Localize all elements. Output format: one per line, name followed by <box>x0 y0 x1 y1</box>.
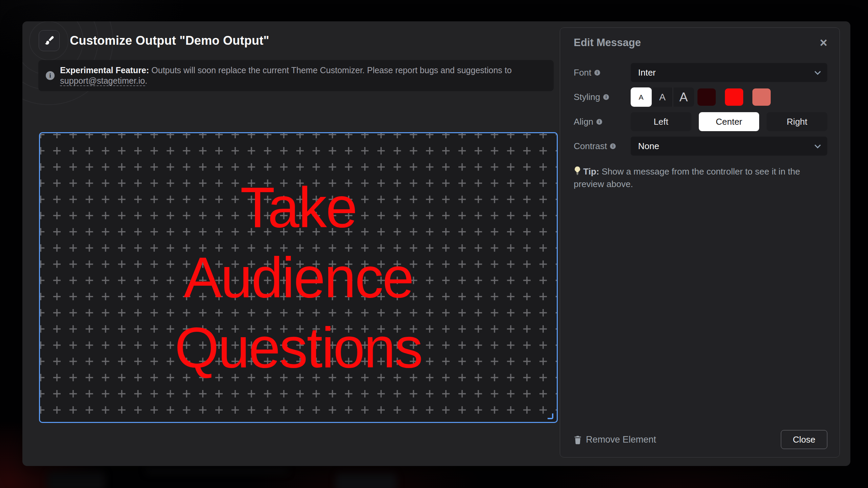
styling-row: Styling i A A A <box>574 87 827 107</box>
close-button[interactable]: Close <box>781 430 827 449</box>
font-size-small-button[interactable]: A <box>631 87 652 107</box>
preview-message-text: Take Audience Questions <box>40 172 557 383</box>
edit-message-panel: Edit Message × Font i Inter <box>560 27 840 458</box>
info-icon[interactable]: i <box>603 94 609 100</box>
color-swatch-red[interactable] <box>725 88 743 106</box>
blurred-background-shape <box>336 473 397 488</box>
dialog-title: Customize Output "Demo Output" <box>70 34 269 48</box>
font-label-text: Font <box>574 67 591 78</box>
font-size-medium-button[interactable]: A <box>652 87 673 107</box>
notice-bold: Experimental Feature: <box>60 65 149 75</box>
styling-label-text: Styling <box>574 92 600 102</box>
resize-handle[interactable] <box>548 413 553 419</box>
contrast-row: Contrast i None <box>574 137 827 156</box>
font-label: Font i <box>574 67 631 78</box>
panel-header: Edit Message × <box>574 37 827 49</box>
support-email-link[interactable]: support@stagetimer.io <box>60 76 145 86</box>
lightbulb-icon <box>574 166 581 178</box>
notice-body: Outputs will soon replace the current Th… <box>149 65 512 75</box>
align-right-button[interactable]: Right <box>767 112 827 131</box>
info-icon[interactable]: i <box>596 119 602 125</box>
info-icon[interactable]: i <box>610 143 616 149</box>
font-size-segmented-control: A A A <box>631 87 694 107</box>
paintbrush-icon <box>39 30 60 51</box>
contrast-dropdown[interactable]: None <box>631 137 827 156</box>
experimental-notice: i Experimental Feature: Outputs will soo… <box>38 60 554 91</box>
color-swatches <box>697 88 771 106</box>
tip-text: Tip: Show a message from the controller … <box>574 166 827 190</box>
contrast-label: Contrast i <box>574 141 631 151</box>
remove-element-button[interactable]: Remove Element <box>574 434 656 445</box>
notice-suffix: . <box>145 76 147 85</box>
font-row: Font i Inter <box>574 63 827 82</box>
dialog-header: Customize Output "Demo Output" <box>39 30 269 51</box>
customize-output-dialog: Customize Output "Demo Output" i Experim… <box>22 21 850 466</box>
close-icon[interactable]: × <box>820 38 827 48</box>
panel-title: Edit Message <box>574 37 641 49</box>
contrast-label-text: Contrast <box>574 141 607 151</box>
remove-element-label: Remove Element <box>586 434 656 445</box>
align-label: Align i <box>574 117 631 127</box>
trash-icon <box>574 435 582 444</box>
blurred-background-shape <box>47 471 105 488</box>
tip-bold: Tip: <box>583 166 599 177</box>
chevron-down-icon <box>814 142 821 148</box>
align-left-button[interactable]: Left <box>631 112 691 131</box>
panel-footer: Remove Element Close <box>574 430 827 449</box>
align-label-text: Align <box>574 117 593 127</box>
align-center-button[interactable]: Center <box>699 112 760 131</box>
info-icon[interactable]: i <box>594 70 600 76</box>
font-size-large-button[interactable]: A <box>673 87 694 107</box>
color-swatch-dark-red[interactable] <box>697 88 716 106</box>
info-icon: i <box>46 71 55 80</box>
notice-text: Experimental Feature: Outputs will soon … <box>60 65 547 86</box>
contrast-dropdown-value: None <box>638 141 659 151</box>
output-preview[interactable]: Take Audience Questions <box>39 132 558 423</box>
chevron-down-icon <box>814 68 821 75</box>
color-swatch-light-red[interactable] <box>752 88 771 106</box>
tip-body: Show a message from the controller to se… <box>574 166 800 189</box>
font-dropdown-value: Inter <box>638 67 656 78</box>
styling-label: Styling i <box>574 92 631 102</box>
font-dropdown[interactable]: Inter <box>631 63 827 82</box>
align-row: Align i Left Center Right <box>574 112 827 131</box>
blurred-background-shape <box>146 467 288 474</box>
